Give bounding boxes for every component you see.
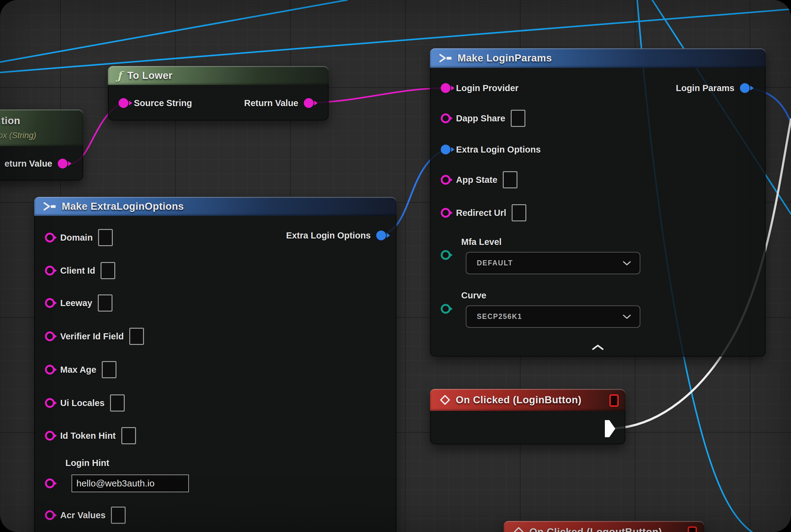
pin-row-app-state: App State [441,171,518,188]
string-input-pin[interactable] [45,478,55,488]
chevron-down-icon [623,261,631,266]
pin-label: Domain [60,233,93,243]
pin-row-extra-login-options-in: Extra Login Options [441,141,541,158]
string-output-pin[interactable] [58,159,67,169]
enum-input-pin[interactable] [441,250,450,260]
pin-row-ui-locales: Ui Locales [45,394,125,412]
wire-tolower-to-login-provider [308,88,445,103]
pin-row-leeway: Leeway [45,294,113,311]
node-title: Make ExtraLoginOptions [62,201,184,212]
collapse-node-chevron-icon[interactable] [592,344,604,350]
curve-dropdown[interactable]: SECP256K1 [466,305,640,328]
pin-label: Leeway [60,298,92,308]
string-input-pin[interactable] [441,208,450,218]
pin-row-redirect-url: Redirect Url [441,204,526,221]
node-on-clicked-logout-button-header[interactable]: On Clicked (LogoutButton) [504,521,704,532]
string-input-pin[interactable] [45,266,55,276]
exec-output-pin[interactable] [604,420,616,438]
pin-label: eturn Value [5,159,52,169]
event-diamond-icon [440,395,450,405]
pin-row-login-params-out: Login Params [676,79,750,97]
login-hint-input[interactable] [72,475,189,492]
pin-label: Ui Locales [60,398,104,408]
max-age-default-value-box[interactable] [102,361,116,378]
pin-label: Redirect Url [456,208,506,218]
event-diamond-icon [514,527,524,532]
node-make-extra-login-options-header[interactable]: Make ExtraLoginOptions [34,197,397,216]
struct-input-pin[interactable] [441,145,450,154]
string-input-pin[interactable] [45,431,55,441]
node-truncated-function[interactable]: tion ox (String) eturn Value [0,110,83,180]
string-input-pin[interactable] [119,98,128,108]
bound-event-box-icon [610,394,619,407]
string-input-pin[interactable] [441,83,450,93]
pin-label: Extra Login Options [286,230,371,241]
wire-background-blue-1 [0,0,347,62]
string-input-pin[interactable] [441,175,450,185]
string-input-pin[interactable] [45,510,55,520]
string-input-pin[interactable] [441,113,450,123]
struct-output-pin[interactable] [740,83,750,93]
verifier-id-field-default-value-box[interactable] [129,328,144,345]
pin-label: Login Provider [456,83,519,93]
pin-label: Return Value [244,98,298,108]
pin-label: Extra Login Options [456,145,541,155]
function-icon: ƒ [117,69,122,82]
dapp-share-default-value-box[interactable] [511,110,525,127]
pin-row-acr-values: Acr Values [45,507,126,524]
bound-event-box-icon [688,527,697,532]
client-id-default-value-box[interactable] [100,262,115,279]
node-subtitle: ox (String) [0,131,36,140]
pin-label: Acr Values [60,510,105,520]
pin-label: Verifier Id Field [60,331,124,342]
node-on-clicked-login-button[interactable]: On Clicked (LoginButton) [430,389,625,444]
node-on-clicked-login-button-header[interactable]: On Clicked (LoginButton) [430,389,625,411]
string-output-pin[interactable] [304,98,314,108]
string-input-pin[interactable] [45,298,55,308]
node-make-extra-login-options[interactable]: Make ExtraLoginOptions Extra Login Optio… [34,197,397,532]
string-input-pin[interactable] [45,365,55,375]
pin-row-source-string: Source String [119,94,192,112]
struct-output-pin[interactable] [376,230,386,240]
node-to-lower-header[interactable]: ƒ To Lower [108,66,329,85]
pin-row-dapp-share: Dapp Share [441,110,525,127]
node-title: On Clicked (LoginButton) [456,394,582,406]
blueprint-canvas[interactable]: tion ox (String) eturn Value ƒ To Lower … [0,0,791,532]
login-hint-label: Login Hint [65,458,109,468]
mfa-level-dropdown[interactable]: DEFAULT [466,252,640,274]
node-title: tion [1,115,20,127]
domain-default-value-box[interactable] [98,229,113,246]
ui-locales-default-value-box[interactable] [110,394,125,412]
node-truncated-function-header[interactable]: tion ox (String) [0,110,83,146]
id-token-hint-default-value-box[interactable] [121,427,136,444]
node-title: Make LoginParams [458,52,552,64]
pin-label: App State [456,175,497,185]
string-input-pin[interactable] [45,233,55,243]
acr-values-default-value-box[interactable] [111,507,126,524]
node-to-lower[interactable]: ƒ To Lower Source String Return Value [108,66,329,120]
node-title: On Clicked (LogoutButton) [529,526,662,532]
node-make-login-params-header[interactable]: Make LoginParams [430,48,766,68]
node-title: To Lower [128,70,173,81]
string-input-pin[interactable] [45,398,55,408]
pin-row-login-provider: Login Provider [441,79,519,97]
pin-row-max-age: Max Age [45,361,116,378]
mfa-level-label: Mfa Level [461,237,502,247]
string-input-pin[interactable] [45,331,55,341]
enum-input-pin[interactable] [441,304,450,314]
node-make-login-params[interactable]: Make LoginParams Login Params Login Prov… [430,48,766,357]
leeway-default-value-box[interactable] [98,294,113,311]
pin-label: Login Params [676,83,734,93]
pin-row-id-token-hint: Id Token Hint [45,427,136,444]
app-state-default-value-box[interactable] [503,171,518,188]
mfa-level-value: DEFAULT [477,259,513,267]
make-struct-icon [43,202,57,211]
pin-label: Id Token Hint [60,431,116,441]
pin-row-domain: Domain [45,229,113,246]
redirect-url-default-value-box[interactable] [512,204,526,221]
pin-row-client-id: Client Id [45,262,115,279]
pin-label: Dapp Share [456,113,505,124]
node-on-clicked-logout-button[interactable]: On Clicked (LogoutButton) [504,521,704,532]
pin-row-return-value: Return Value [244,94,314,112]
pin-row-extra-login-options-out: Extra Login Options [286,227,386,244]
